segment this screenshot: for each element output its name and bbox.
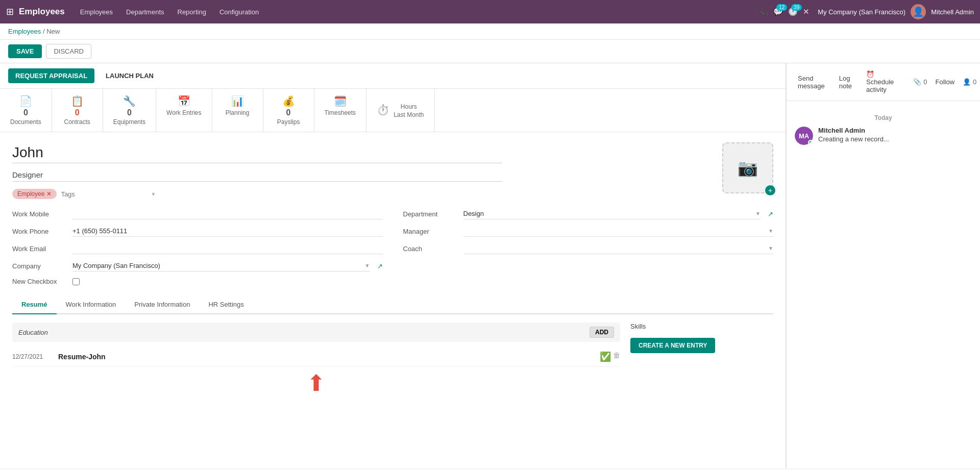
tab-private-information[interactable]: Private Information [125,295,199,314]
clock-badge: 39 [791,4,802,11]
close-icon[interactable]: ✕ [803,7,810,16]
planning-smart-btn[interactable]: 📊 Planning [212,89,263,132]
timesheets-smart-btn[interactable]: 🗓️ Timesheets [314,89,367,132]
hours-icon: ⏱️ [377,104,389,116]
avatar-plus-icon: + [765,185,775,195]
message-text: Creating a new record... [818,135,889,143]
tags-dropdown-icon: ▼ [151,191,156,197]
tag-remove-icon[interactable]: ✕ [46,190,52,197]
company-label: Company [12,262,68,270]
manager-row: Manager ▼ [403,226,774,237]
department-external-link-icon[interactable]: ↗ [768,210,773,218]
planning-label: Planning [226,109,250,116]
new-checkbox-row: New Checkbox [12,278,383,285]
new-checkbox-input[interactable] [72,278,80,285]
equipments-icon: 🔧 [123,95,136,107]
nav-reporting[interactable]: Reporting [173,6,211,18]
launch-plan-button[interactable]: LAUNCH PLAN [99,68,161,83]
follow-button[interactable]: Follow [936,78,955,86]
work-phone-input[interactable] [72,226,383,237]
work-mobile-row: Work Mobile [12,208,383,219]
chat-badge: 12 [776,4,787,11]
contracts-label: Contracts [64,118,90,126]
company-select[interactable]: My Company (San Francisco) [72,260,363,271]
payslips-smart-btn[interactable]: 💰 0 Payslips [263,89,314,132]
resume-check-icon[interactable]: ✅ [600,351,611,362]
clock-icon[interactable]: 🕐 39 [788,7,798,16]
hours-sublabel: Last Month [394,111,424,118]
hours-smart-btn[interactable]: ⏱️ Hours Last Month [366,89,434,132]
user-avatar[interactable]: 👤 [911,4,926,19]
tab-work-information[interactable]: Work Information [57,295,126,314]
work-mobile-input[interactable] [72,208,383,219]
company-name: My Company (San Francisco) [818,8,905,16]
apps-icon[interactable]: ⊞ [6,6,14,17]
create-new-entry-button[interactable]: CREATE A NEW ENTRY [630,338,715,353]
brand-name: Employees [19,7,65,17]
hours-texts: Hours Last Month [394,102,424,118]
work-email-row: Work Email [12,243,383,254]
message-author: Mitchell Admin [818,127,889,134]
documents-smart-btn[interactable]: 📄 0 Documents [0,89,52,132]
save-button[interactable]: SAVE [8,44,42,58]
equipments-smart-btn[interactable]: 🔧 0 Equipments [103,89,156,132]
followers-count: 0 [973,78,976,86]
coach-select[interactable] [463,243,767,254]
form-col-left: Work Mobile Work Phone Work Email Compan… [12,208,383,285]
tab-resume[interactable]: Resumé [12,295,57,314]
avatar-upload-btn[interactable]: 📷 + [722,142,773,193]
timesheets-label: Timesheets [325,109,356,116]
attachments-count-area: 📎 0 [913,78,927,86]
nav-configuration[interactable]: Configuration [214,6,264,18]
coach-select-wrapper: ▼ [463,243,774,254]
contracts-count: 0 [75,108,80,117]
work-email-input[interactable] [72,243,383,254]
upload-arrow-icon[interactable]: ⬆ [307,372,326,394]
timesheets-icon: 🗓️ [334,95,347,107]
employee-name-input[interactable] [12,142,502,163]
payslips-count: 0 [286,108,291,117]
form-area: REQUEST APPRAISAL LAUNCH PLAN 📄 0 Docume… [0,63,786,468]
work-entries-smart-btn[interactable]: 📅 Work Entries [156,89,212,132]
chat-message: MA Mitchell Admin Creating a new record.… [795,127,972,145]
manager-caret: ▼ [768,228,773,234]
log-note-btn[interactable]: Log note [836,72,855,92]
nav-employees[interactable]: Employees [75,6,118,18]
employee-tag[interactable]: Employee ✕ [12,189,57,199]
form-col-right: Department Design ▼ ↗ Manager [403,208,774,285]
equipments-label: Equipments [113,118,145,126]
request-appraisal-button[interactable]: REQUEST APPRAISAL [8,68,94,83]
today-divider: Today [795,114,972,121]
department-label: Department [403,210,459,218]
add-education-button[interactable]: ADD [590,327,614,338]
breadcrumb-current: New [46,28,60,35]
work-entries-icon: 📅 [178,95,190,107]
nav-departments[interactable]: Departments [121,6,169,18]
resume-right-panel: Skills CREATE A NEW ENTRY [630,323,773,400]
phone-icon[interactable]: 📞 [758,7,768,16]
avatar-area: 📷 + [722,142,773,208]
employee-title-input[interactable] [12,168,502,182]
chat-icon[interactable]: 💬 12 [773,7,783,16]
message-content: Mitchell Admin Creating a new record... [818,127,889,145]
contracts-smart-btn[interactable]: 📋 0 Contracts [52,89,103,132]
tab-hr-settings[interactable]: HR Settings [199,295,253,314]
equipments-count: 0 [127,108,132,117]
hours-label: Hours [394,103,424,110]
resume-delete-icon[interactable]: 🗑 [613,351,620,362]
discard-button[interactable]: DISCARD [46,44,91,59]
company-external-link-icon[interactable]: ↗ [377,262,383,270]
documents-count: 0 [23,108,28,117]
department-select[interactable]: Design [463,208,754,219]
send-message-btn[interactable]: Send message [795,72,828,92]
breadcrumb-parent[interactable]: Employees [8,28,41,35]
nav-links: Employees Departments Reporting Configur… [75,6,758,18]
paperclip-icon: 📎 [913,78,921,86]
manager-label: Manager [403,228,459,235]
schedule-activity-btn[interactable]: ⏰ Schedule activity [863,68,897,95]
manager-select[interactable] [463,226,767,236]
tags-input[interactable] [61,190,146,198]
coach-label: Coach [403,245,459,253]
work-phone-row: Work Phone [12,226,383,237]
resume-entry: 12/27/2021 Resume-John ✅ 🗑 [12,347,620,367]
